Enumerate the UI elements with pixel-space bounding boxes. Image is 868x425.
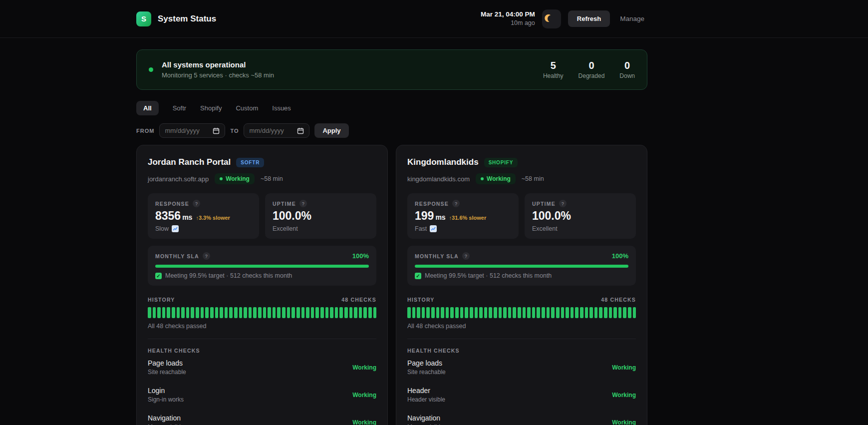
history-bar (215, 307, 219, 318)
monthly-sla: MONTHLY SLA ? 100% ✓ Meeting 99.5% targe… (407, 246, 636, 286)
help-icon[interactable]: ? (452, 200, 460, 207)
sla-progress-bar (415, 265, 628, 268)
history-bar (186, 307, 190, 318)
health-check-row: Navigation Menus visible Working (148, 409, 376, 425)
calendar-icon[interactable] (297, 127, 304, 134)
tab-softr[interactable]: Softr (173, 101, 186, 115)
history-bar (589, 307, 593, 318)
history-bar (277, 307, 281, 318)
history-bar (273, 307, 276, 318)
history-bar (561, 307, 565, 318)
stat-healthy-label: Healthy (543, 72, 564, 79)
help-icon[interactable]: ? (559, 200, 567, 207)
check-status: Working (352, 364, 376, 371)
history-bar (513, 307, 516, 318)
history-bar (412, 307, 416, 318)
response-speed-label: Fast (415, 225, 427, 232)
history-bar (532, 307, 536, 318)
tab-all[interactable]: All (136, 101, 159, 115)
stat-healthy: 5 Healthy (543, 60, 564, 79)
history-bar (613, 307, 617, 318)
response-unit: ms (182, 213, 192, 221)
history-bar (162, 307, 166, 318)
to-date-input[interactable] (249, 127, 293, 134)
history-bar (148, 307, 151, 318)
history-bar (503, 307, 507, 318)
to-date-field[interactable] (244, 123, 309, 138)
response-value: 8356 (155, 209, 181, 223)
tab-shopify[interactable]: Shopify (200, 101, 222, 115)
history-bar (407, 307, 411, 318)
history-bar (431, 307, 435, 318)
apply-button[interactable]: Apply (314, 123, 348, 138)
status-dot-icon (149, 67, 153, 72)
sla-label: MONTHLY SLA (155, 253, 199, 259)
history-bar (181, 307, 185, 318)
health-check-row: Navigation Menus visible Working (407, 409, 636, 425)
uptime-label: UPTIME (273, 201, 296, 207)
stat-degraded-label: Degraded (579, 72, 605, 79)
tab-custom[interactable]: Custom (236, 101, 258, 115)
stat-down-label: Down (619, 72, 635, 79)
uptime-value: 100.0% (273, 209, 311, 223)
from-date-field[interactable] (159, 123, 225, 138)
manage-link[interactable]: Manage (617, 15, 647, 22)
uptime-quality-label: Excellent (273, 225, 298, 232)
help-icon[interactable]: ? (299, 200, 307, 207)
theme-toggle-button[interactable] (542, 9, 561, 28)
history-bar (618, 307, 622, 318)
history-bar (465, 307, 468, 318)
health-checks-label: HEALTH CHECKS (148, 348, 376, 354)
history-bar (263, 307, 267, 318)
history-bar (594, 307, 598, 318)
help-icon[interactable]: ? (193, 200, 200, 207)
history-bar (201, 307, 204, 318)
history-bar (363, 307, 367, 318)
history-bar (426, 307, 430, 318)
history-bar (244, 307, 247, 318)
uptime-value: 100.0% (532, 209, 571, 223)
sla-percent: 100% (352, 252, 369, 260)
refresh-button[interactable]: Refresh (568, 10, 610, 27)
tab-issues[interactable]: Issues (272, 101, 291, 115)
filter-tabs: All Softr Shopify Custom Issues (136, 101, 647, 115)
service-title: Kingdomlandkids (407, 157, 479, 167)
banner-title: All systems operational (162, 60, 274, 69)
from-date-input[interactable] (165, 127, 209, 134)
history-bar (325, 307, 329, 318)
history-bar (172, 307, 175, 318)
status-badge-label: Working (487, 175, 511, 182)
history-bar (580, 307, 583, 318)
trend-chart-icon (172, 225, 179, 232)
history-bar (489, 307, 492, 318)
history-bar (542, 307, 545, 318)
history-bar (422, 307, 425, 318)
health-checks-label: HEALTH CHECKS (407, 348, 636, 354)
help-icon[interactable]: ? (462, 252, 470, 260)
history-bar (301, 307, 305, 318)
status-badge-label: Working (226, 175, 250, 182)
to-label: TO (230, 128, 239, 134)
checkbox-icon: ✓ (415, 273, 421, 279)
uptime-metric: UPTIME ? 100.0% Excellent (265, 193, 376, 239)
check-desc: Header visible (407, 396, 445, 403)
check-name: Navigation (407, 414, 444, 422)
calendar-icon[interactable] (213, 127, 220, 134)
history-bar (330, 307, 333, 318)
history-bar (527, 307, 531, 318)
history-bar (354, 307, 357, 318)
history-bar (315, 307, 319, 318)
monthly-sla: MONTHLY SLA ? 100% ✓ Meeting 99.5% targe… (148, 246, 376, 286)
history-bar (508, 307, 512, 318)
stat-degraded-value: 0 (579, 60, 605, 71)
health-check-row: Login Sign-in works Working (148, 381, 376, 409)
health-check-row: Header Header visible Working (407, 381, 636, 409)
history-bar (604, 307, 607, 318)
history-section: HISTORY 48 CHECKS All 48 checks passed (407, 297, 636, 330)
history-bar (551, 307, 555, 318)
help-icon[interactable]: ? (203, 252, 210, 260)
history-label: HISTORY (148, 297, 175, 303)
history-bar (220, 307, 223, 318)
history-bar (455, 307, 459, 318)
history-bar (311, 307, 314, 318)
